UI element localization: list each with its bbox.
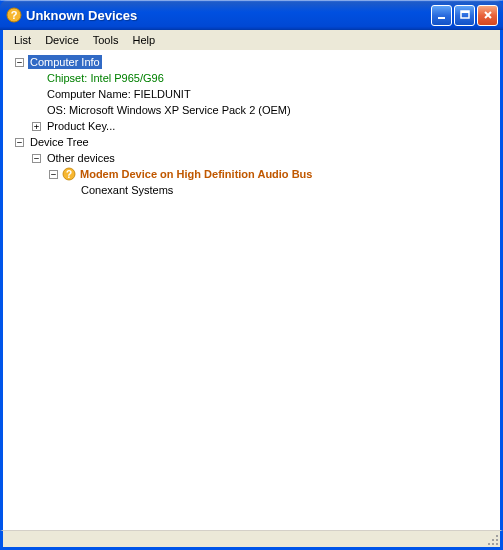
tree-node-os[interactable]: OS: Microsoft Windows XP Service Pack 2 … (7, 102, 496, 118)
tree-node-other-devices[interactable]: − Other devices (7, 150, 496, 166)
menu-list[interactable]: List (7, 32, 38, 48)
menu-tools[interactable]: Tools (86, 32, 126, 48)
collapse-icon[interactable]: − (32, 154, 41, 163)
expand-icon[interactable]: + (32, 122, 41, 131)
tree-node-device-tree[interactable]: − Device Tree (7, 134, 496, 150)
tree-node-vendor[interactable]: Conexant Systems (7, 182, 496, 198)
node-label-other-devices[interactable]: Other devices (45, 151, 117, 165)
node-label-modem[interactable]: Modem Device on High Definition Audio Bu… (78, 167, 314, 181)
statusbar (0, 530, 503, 550)
menubar: List Device Tools Help (0, 30, 503, 50)
menu-device[interactable]: Device (38, 32, 86, 48)
tree-node-modem[interactable]: − ? Modem Device on High Definition Audi… (7, 166, 496, 182)
window-title: Unknown Devices (26, 8, 431, 23)
resize-grip[interactable] (486, 533, 498, 545)
titlebar[interactable]: ? Unknown Devices (0, 0, 503, 30)
node-label-device-tree[interactable]: Device Tree (28, 135, 91, 149)
tree-node-product-key[interactable]: + Product Key... (7, 118, 496, 134)
svg-rect-4 (461, 11, 469, 13)
collapse-icon[interactable]: − (15, 58, 24, 67)
node-label-os[interactable]: OS: Microsoft Windows XP Service Pack 2 … (45, 103, 293, 117)
tree-node-computer-name[interactable]: Computer Name: FIELDUNIT (7, 86, 496, 102)
node-label-vendor[interactable]: Conexant Systems (79, 183, 175, 197)
node-label-chipset[interactable]: Chipset: Intel P965/G96 (45, 71, 166, 85)
menu-help[interactable]: Help (125, 32, 162, 48)
tree-view[interactable]: − Computer Info Chipset: Intel P965/G96 … (0, 50, 503, 530)
svg-text:?: ? (66, 169, 72, 180)
svg-text:?: ? (11, 9, 18, 21)
app-window: ? Unknown Devices List Device Tools Help… (0, 0, 503, 550)
node-label-computer-name[interactable]: Computer Name: FIELDUNIT (45, 87, 193, 101)
minimize-button[interactable] (431, 5, 452, 26)
node-label-product-key[interactable]: Product Key... (45, 119, 117, 133)
close-button[interactable] (477, 5, 498, 26)
svg-rect-2 (438, 17, 445, 19)
unknown-device-icon: ? (62, 167, 76, 181)
app-icon: ? (6, 7, 22, 23)
window-controls (431, 5, 498, 26)
collapse-icon[interactable]: − (15, 138, 24, 147)
maximize-button[interactable] (454, 5, 475, 26)
node-label-computer-info[interactable]: Computer Info (28, 55, 102, 69)
tree-node-chipset[interactable]: Chipset: Intel P965/G96 (7, 70, 496, 86)
collapse-icon[interactable]: − (49, 170, 58, 179)
tree-node-computer-info[interactable]: − Computer Info (7, 54, 496, 70)
